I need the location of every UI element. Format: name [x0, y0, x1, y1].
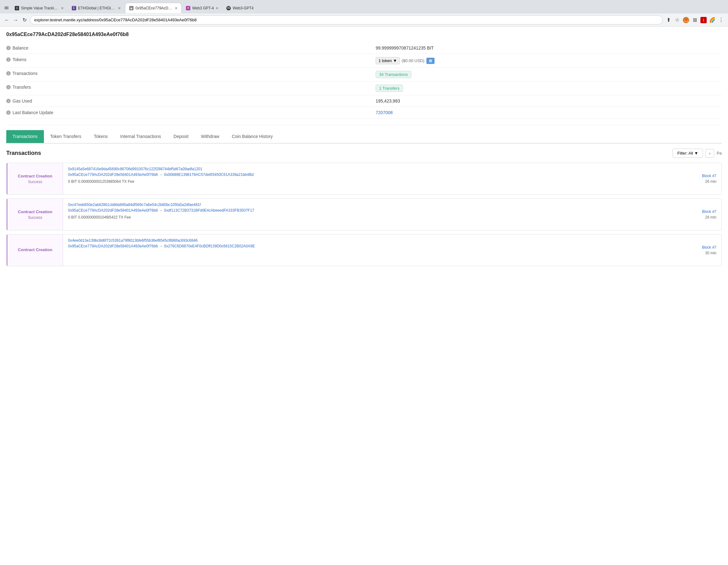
transfers-row: i Transfers 1 Transfers	[6, 82, 722, 95]
tx-from-1[interactable]: 0x95aCEce779AcDA202dF28e58401A493eAe0f76…	[68, 172, 158, 177]
github-tab-close[interactable]: ×	[61, 6, 64, 11]
tokens-info-icon[interactable]: i	[6, 57, 11, 62]
info-table: i Balance 99.999999970871241235 BIT i To…	[6, 42, 722, 119]
tx-arrow-3: →	[159, 244, 163, 248]
web3gpt4-tab-label: Web3-GPT4	[233, 6, 253, 10]
last-balance-link[interactable]: 7207008	[376, 110, 393, 115]
tx-fee-1: 0 BIT 0.0000000001253985064 TX Fee	[68, 179, 679, 184]
tx-type-2: Contract Creation	[18, 209, 52, 214]
web3gpt-tab-label: Web3 GPT-4	[192, 6, 214, 10]
tx-from-3[interactable]: 0x95aCEce779AcDA202dF28e58401A493eAe0f76…	[68, 244, 158, 248]
tx-arrow-1: →	[159, 172, 163, 177]
pagination-prev-btn[interactable]: ‹	[705, 149, 714, 158]
gmail-tab[interactable]: ✉	[3, 3, 10, 13]
tx-time-1: 26 min	[705, 179, 716, 184]
pagination-text: Pa	[717, 151, 722, 156]
web3gpt4-tab[interactable]: W Web3-GPT4	[223, 3, 257, 13]
tx-from-2[interactable]: 0x95aCEce779AcDA202dF28e58401A493eAe0f76…	[68, 208, 158, 213]
browser-toolbar: ⬆ ☆ 🦊 ⊞ 1 🌈 ⋮	[665, 17, 724, 23]
transfers-info-icon[interactable]: i	[6, 85, 11, 89]
last-balance-label: Last Balance Update	[13, 110, 53, 115]
tx-type-badge-2: Contract Creation Success	[7, 199, 63, 230]
token-selector: 1 token ▼ ($0.00 USD) ▦	[376, 57, 434, 64]
gas-label: Gas Used	[13, 98, 32, 103]
github-tab-label: Simple Value Tracking Cont...	[21, 6, 59, 10]
tx-hash-2[interactable]: 0xc47eeb650e2ab82861cb8bb890a84df569c7a6…	[68, 203, 679, 207]
balance-label: Balance	[13, 45, 29, 50]
share-icon[interactable]: ⬆	[665, 17, 672, 23]
tx-to-2[interactable]: 0xdf113C72B3731BFd0E4cAbeeedFA333FB3507F…	[164, 208, 254, 213]
tx-from-to-1: 0x95aCEce779AcDA202dF28e58401A493eAe0f76…	[68, 172, 679, 177]
last-balance-info-icon[interactable]: i	[6, 110, 11, 115]
last-balance-row: i Last Balance Update 7207008	[6, 107, 722, 119]
menu-icon[interactable]: ⋮	[718, 17, 724, 23]
tx-right-1: Block #7 26 min	[684, 163, 721, 194]
tx-right-2: Block #7 28 min	[684, 199, 721, 230]
balance-info-icon[interactable]: i	[6, 46, 11, 50]
token-usd: ($0.00 USD)	[402, 58, 424, 63]
tab-tokens[interactable]: Tokens	[87, 130, 114, 144]
balance-label-cell: i Balance	[6, 45, 29, 50]
tx-type-1: Contract Creation	[18, 174, 52, 178]
bookmark-icon[interactable]: ☆	[674, 17, 680, 23]
colorful-icon[interactable]: 🌈	[709, 17, 715, 23]
tx-from-to-2: 0x95aCEce779AcDA202dF28e58401A493eAe0f76…	[68, 208, 679, 213]
token-count: 1 token	[378, 58, 392, 63]
tx-hash-3[interactable]: 0x4ee0d13e139bc8d6f72c5391a79f8013bfe6f5…	[68, 238, 679, 243]
section-title: Transactions	[6, 150, 41, 156]
transactions-link[interactable]: 34 Transactions	[376, 71, 411, 78]
web3gpt-tab[interactable]: ✦ Web3 GPT-4 ×	[182, 3, 222, 13]
reload-icon[interactable]: ↻	[21, 17, 28, 23]
tab-coin-balance-history[interactable]: Coin Balance History	[225, 130, 279, 144]
filter-button[interactable]: Filter: All ▼	[673, 149, 703, 158]
extension-badge-icon[interactable]: 1	[700, 17, 707, 23]
puzzle-icon[interactable]: ⊞	[692, 17, 698, 23]
explorer-tab-close[interactable]: ×	[175, 6, 177, 11]
tx-status-2: Success	[28, 215, 42, 220]
tab-bar: ✉ ⊙ Simple Value Tracking Cont... × E ET…	[0, 0, 728, 13]
tx-to-3[interactable]: 0x276C6D6870eE4F0cBDff139D0c6615C2B02A0A…	[164, 244, 255, 248]
transfers-label: Transfers	[13, 85, 31, 90]
tx-right-3: Block #7 30 min	[684, 235, 721, 266]
tokens-label: Tokens	[13, 57, 26, 62]
browser-chrome: ✉ ⊙ Simple Value Tracking Cont... × E ET…	[0, 0, 728, 27]
ethglobal-tab-close[interactable]: ×	[118, 6, 121, 11]
tx-from-to-3: 0x95aCEce779AcDA202dF28e58401A493eAe0f76…	[68, 244, 679, 248]
tx-card-1: Contract Creation Success 0x9145a5e68741…	[6, 163, 722, 195]
tx-hash-1[interactable]: 0x9145a5e687416e9da45690c86706d9910076c1…	[68, 167, 679, 171]
github-tab[interactable]: ⊙ Simple Value Tracking Cont... ×	[11, 3, 67, 13]
section-divider	[6, 125, 722, 125]
page-content: 0x95aCEce779AcDA202dF28e58401A493eAe0f76…	[0, 27, 728, 280]
tab-token-transfers[interactable]: Token Transfers	[44, 130, 88, 144]
transfers-link[interactable]: 1 Transfers	[376, 85, 403, 92]
tx-to-1[interactable]: 0x00889E1398179AC57de6f3450C61A339a21bb4…	[164, 172, 254, 177]
filter-controls: Filter: All ▼ ‹ Pa	[673, 149, 722, 158]
tx-block-1[interactable]: Block #7	[702, 174, 716, 178]
transfers-label-cell: i Transfers	[6, 85, 31, 90]
explorer-tab[interactable]: ◈ 0x95aCEce779AcDA202dF... ×	[125, 3, 182, 13]
tx-details-3: 0x4ee0d13e139bc8d6f72c5391a79f8013bfe6f5…	[63, 235, 684, 266]
token-dropdown[interactable]: 1 token ▼	[376, 57, 400, 64]
tx-time-2: 28 min	[705, 215, 716, 219]
transactions-info-icon[interactable]: i	[6, 71, 11, 76]
web3gpt-tab-close[interactable]: ×	[216, 6, 218, 11]
token-view-btn[interactable]: ▦	[426, 58, 435, 64]
tx-details-1: 0x9145a5e687416e9da45690c86706d9910076c1…	[63, 163, 684, 194]
back-icon[interactable]: ←	[4, 17, 10, 23]
transactions-label-cell: i Transactions	[6, 71, 38, 76]
tx-block-2[interactable]: Block #7	[702, 209, 716, 214]
last-balance-label-cell: i Last Balance Update	[6, 110, 53, 115]
filter-chevron-icon: ▼	[694, 151, 698, 156]
forward-icon[interactable]: →	[13, 17, 19, 23]
address-input[interactable]	[30, 15, 663, 24]
extension-fox-icon[interactable]: 🦊	[683, 17, 689, 23]
gas-info-icon[interactable]: i	[6, 99, 11, 103]
ethglobal-tab[interactable]: E ETHGlobal | ETHGlobal Lisb... ×	[68, 3, 124, 13]
tab-transactions[interactable]: Transactions	[6, 130, 44, 144]
tabs-navigation: Transactions Token Transfers Tokens Inte…	[6, 130, 722, 144]
tab-internal-transactions[interactable]: Internal Transactions	[114, 130, 167, 144]
tab-deposit[interactable]: Deposit	[167, 130, 195, 144]
tab-withdraw[interactable]: Withdraw	[195, 130, 225, 144]
tx-block-3[interactable]: Block #7	[702, 245, 716, 250]
tokens-label-cell: i Tokens	[6, 57, 26, 62]
